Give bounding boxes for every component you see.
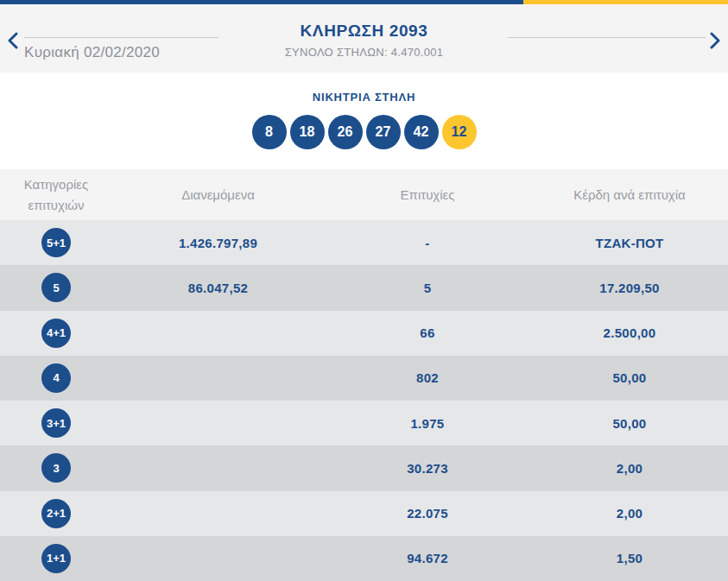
table-row: 3+1 1.975 50,00 <box>0 401 728 445</box>
winners-value: 1.975 <box>324 416 531 431</box>
category-badge: 1+1 <box>41 544 71 573</box>
winners-value: 94.672 <box>324 551 531 565</box>
winning-number-ball: 18 <box>290 115 325 149</box>
results-table-body: 5+1 1.426.797,89 - ΤΖΑΚ-ΠΟΤ 5 86.047,52 … <box>0 220 728 581</box>
category-badge: 2+1 <box>41 499 71 528</box>
winners-value: 30.273 <box>324 461 531 476</box>
payout-value: 1,50 <box>531 551 728 565</box>
draw-title-group: ΚΛΗΡΩΣΗ 2093 ΣΥΝΟΛΟ ΣΤΗΛΩΝ: 4.470.001 <box>0 22 728 59</box>
winning-number-ball: 42 <box>404 115 439 149</box>
winning-column-label: ΝΙΚΗΤΡΙΑ ΣΤΗΛΗ <box>0 91 728 104</box>
category-badge: 4 <box>41 363 71 393</box>
table-row: 2+1 22.075 2,00 <box>0 491 728 536</box>
winning-bonus-number-ball: 12 <box>442 115 477 149</box>
payout-value: 2,00 <box>531 506 728 521</box>
results-table-header: Κατηγορίες επιτυχιών Διανεμόμενα Επιτυχί… <box>0 169 728 220</box>
category-badge: 5+1 <box>41 228 71 257</box>
winning-number-ball: 26 <box>328 115 363 149</box>
winning-column-section: ΝΙΚΗΤΡΙΑ ΣΤΗΛΗ 8 18 26 27 42 12 <box>0 73 728 169</box>
table-row: 1+1 94.672 1,50 <box>0 536 728 581</box>
results-table: Κατηγορίες επιτυχιών Διανεμόμενα Επιτυχί… <box>0 169 728 581</box>
column-header-winners: Επιτυχίες <box>324 187 531 202</box>
table-row: 4 802 50,00 <box>0 356 728 401</box>
column-header-distributed: Διανεμόμενα <box>112 187 324 202</box>
table-row: 5 86.047,52 5 17.209,50 <box>0 265 728 310</box>
next-draw-button[interactable] <box>709 33 721 52</box>
draw-subtitle-total-columns: ΣΥΝΟΛΟ ΣΤΗΛΩΝ: 4.470.001 <box>0 46 728 59</box>
winners-value: 802 <box>324 370 531 385</box>
winners-value: - <box>324 236 531 250</box>
column-header-categories: Κατηγορίες επιτυχιών <box>0 174 112 215</box>
table-row: 3 30.273 2,00 <box>0 445 728 490</box>
category-badge: 3 <box>41 453 71 483</box>
payout-value: 50,00 <box>531 416 728 431</box>
chevron-right-icon <box>710 32 720 53</box>
category-badge: 3+1 <box>41 408 71 438</box>
table-row: 5+1 1.426.797,89 - ΤΖΑΚ-ΠΟΤ <box>0 220 728 265</box>
winning-number-ball: 27 <box>366 115 401 149</box>
payout-value: ΤΖΑΚ-ΠΟΤ <box>531 236 728 250</box>
winners-value: 66 <box>324 325 531 340</box>
right-divider-line <box>508 37 706 38</box>
winning-numbers-row: 8 18 26 27 42 12 <box>0 115 728 149</box>
payout-value: 50,00 <box>531 370 728 385</box>
table-row: 4+1 66 2.500,00 <box>0 311 728 356</box>
winning-number-ball: 8 <box>252 115 287 149</box>
category-badge: 5 <box>41 273 71 302</box>
category-badge: 4+1 <box>41 319 71 348</box>
draw-header: Κυριακή 02/02/2020 ΚΛΗΡΩΣΗ 2093 ΣΥΝΟΛΟ Σ… <box>0 4 728 73</box>
payout-value: 2,00 <box>531 461 728 476</box>
winners-value: 5 <box>324 281 531 295</box>
distributed-value: 1.426.797,89 <box>112 236 324 250</box>
payout-value: 2.500,00 <box>531 325 728 340</box>
distributed-value: 86.047,52 <box>112 281 324 295</box>
column-header-payout: Κέρδη ανά επιτυχία <box>531 187 728 202</box>
payout-value: 17.209,50 <box>531 281 728 295</box>
winners-value: 22.075 <box>324 506 531 521</box>
